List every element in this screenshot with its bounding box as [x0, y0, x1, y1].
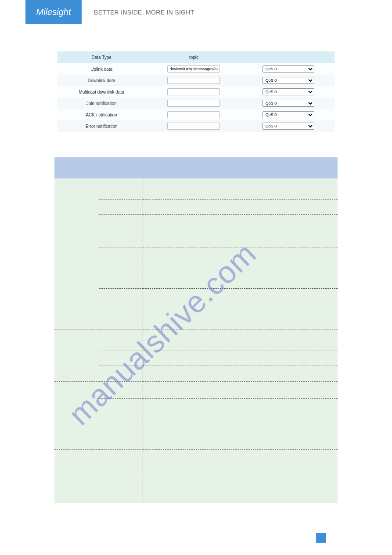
qos-select[interactable]: QoS 0QoS 1QoS 2 — [263, 65, 314, 73]
topic-row: ACK notificationQoS 0QoS 1QoS 2 — [58, 109, 334, 120]
topic-row-label: Downlink data — [58, 75, 145, 86]
topic-row-label: Uplink data — [58, 63, 145, 75]
desc-cell — [99, 247, 143, 288]
desc-cell — [99, 178, 143, 200]
desc-cell — [143, 366, 338, 381]
desc-cell — [143, 288, 338, 330]
topic-row: Error notificationQoS 0QoS 1QoS 2 — [58, 120, 334, 132]
description-table — [54, 157, 338, 503]
topic-row: Multicast downlink dataQoS 0QoS 1QoS 2 — [58, 86, 334, 98]
desc-cell — [99, 200, 143, 214]
desc-cell — [143, 178, 338, 200]
topic-cell — [145, 63, 242, 75]
desc-header-1 — [54, 157, 99, 178]
topic-cell — [145, 98, 242, 109]
topic-cell — [145, 86, 242, 98]
desc-cell — [143, 481, 338, 503]
brand-tagline: BETTER INSIDE, MORE IN SIGHT — [94, 9, 194, 16]
topic-config-table: Data Type topic Uplink dataQoS 0QoS 1QoS… — [58, 51, 334, 132]
qos-cell: QoS 0QoS 1QoS 2 — [242, 120, 334, 132]
desc-cell — [99, 351, 143, 366]
desc-cell — [99, 366, 143, 381]
col-header-qos — [242, 51, 334, 63]
desc-cell — [143, 466, 338, 481]
topic-input[interactable] — [167, 77, 220, 84]
col-header-datatype: Data Type — [58, 51, 145, 63]
qos-select[interactable]: QoS 0QoS 1QoS 2 — [263, 77, 314, 84]
topic-input[interactable] — [167, 65, 220, 73]
desc-header-3 — [143, 157, 338, 178]
desc-cell — [143, 214, 338, 247]
qos-select[interactable]: QoS 0QoS 1QoS 2 — [263, 111, 314, 118]
topic-row-label: Error notification — [58, 120, 145, 132]
qos-cell: QoS 0QoS 1QoS 2 — [242, 86, 334, 98]
desc-group-4 — [54, 449, 99, 503]
topic-row-label: Join notification — [58, 98, 145, 109]
desc-group-2 — [54, 330, 99, 381]
qos-cell: QoS 0QoS 1QoS 2 — [242, 109, 334, 120]
desc-cell — [143, 398, 338, 449]
desc-cell — [99, 449, 143, 466]
desc-group-3 — [54, 381, 99, 449]
topic-cell — [145, 120, 242, 132]
desc-cell — [143, 330, 338, 351]
topic-row: Downlink dataQoS 0QoS 1QoS 2 — [58, 75, 334, 86]
qos-select[interactable]: QoS 0QoS 1QoS 2 — [263, 123, 314, 130]
qos-cell: QoS 0QoS 1QoS 2 — [242, 98, 334, 109]
qos-select[interactable]: QoS 0QoS 1QoS 2 — [263, 88, 314, 95]
topic-input[interactable] — [167, 111, 220, 118]
desc-cell — [99, 381, 143, 398]
topic-row: Uplink dataQoS 0QoS 1QoS 2 — [58, 63, 334, 75]
topic-row: Join notificationQoS 0QoS 1QoS 2 — [58, 98, 334, 109]
topic-cell — [145, 109, 242, 120]
desc-header-2 — [99, 157, 143, 178]
desc-cell — [143, 381, 338, 398]
brand-logo: Milesight — [25, 0, 82, 24]
desc-group-1 — [54, 178, 99, 330]
desc-cell — [143, 247, 338, 288]
desc-cell — [143, 351, 338, 366]
topic-cell — [145, 75, 242, 86]
desc-cell — [99, 398, 143, 449]
qos-select[interactable]: QoS 0QoS 1QoS 2 — [263, 100, 314, 107]
topic-row-label: Multicast downlink data — [58, 86, 145, 98]
qos-cell: QoS 0QoS 1QoS 2 — [242, 63, 334, 75]
page-header: Milesight BETTER INSIDE, MORE IN SIGHT — [0, 0, 392, 24]
topic-input[interactable] — [167, 88, 220, 95]
desc-cell — [99, 481, 143, 503]
desc-cell — [143, 449, 338, 466]
page-marker — [316, 533, 326, 543]
qos-cell: QoS 0QoS 1QoS 2 — [242, 75, 334, 86]
desc-cell — [99, 214, 143, 247]
desc-cell — [143, 200, 338, 214]
topic-input[interactable] — [167, 100, 220, 107]
desc-cell — [99, 330, 143, 351]
desc-cell — [99, 466, 143, 481]
col-header-topic: topic — [145, 51, 242, 63]
brand-logo-text: Milesight — [36, 7, 71, 17]
topic-row-label: ACK notification — [58, 109, 145, 120]
topic-input[interactable] — [167, 123, 220, 130]
desc-cell — [99, 288, 143, 330]
